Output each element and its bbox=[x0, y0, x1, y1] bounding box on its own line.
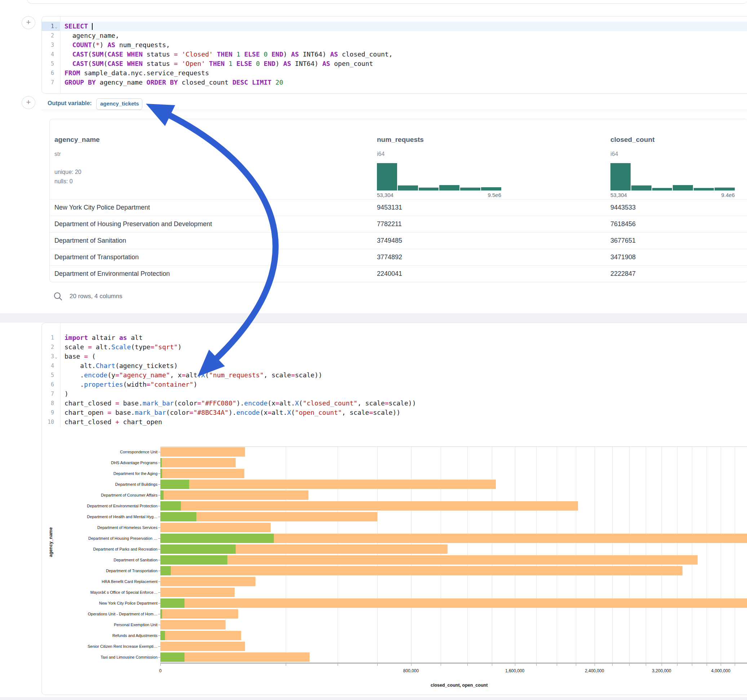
column-header-closed_count[interactable]: closed_count bbox=[611, 136, 655, 144]
code-text: GROUP BY agency_name ORDER BY closed_cou… bbox=[65, 78, 283, 87]
code-text: ) bbox=[65, 389, 68, 398]
code-line-8[interactable]: 8chart_closed = base.mark_bar(color="#FF… bbox=[42, 398, 747, 408]
line-number: 10 bbox=[42, 417, 60, 427]
table-cell[interactable]: Department of Housing Preservation and D… bbox=[54, 220, 212, 228]
table-cell[interactable]: Department of Environmental Protection bbox=[54, 270, 170, 278]
code-text: CAST(SUM(CASE WHEN status = 'Closed' THE… bbox=[65, 50, 393, 59]
table-cell[interactable]: Department of Transportation bbox=[54, 253, 139, 261]
code-line-9[interactable]: 9chart_open = base.mark_bar(color="#8BC3… bbox=[42, 408, 747, 417]
code-text: chart_open = base.mark_bar(color="#8BC34… bbox=[65, 408, 400, 417]
code-line-2[interactable]: 2 agency_name, bbox=[42, 31, 747, 40]
row-divider bbox=[50, 266, 747, 266]
cell-gap bbox=[0, 313, 747, 323]
table-cell[interactable]: 9453131 bbox=[377, 204, 402, 211]
code-line-1[interactable]: 1⌄SELECT bbox=[42, 22, 747, 31]
code-line-7[interactable]: 7) bbox=[42, 389, 747, 398]
text-cursor bbox=[92, 23, 92, 30]
code-line-10[interactable]: 10chart_closed + chart_open bbox=[42, 417, 747, 427]
line-number: 4 bbox=[42, 50, 60, 59]
table-cell[interactable]: 7618456 bbox=[611, 220, 636, 228]
table-cell[interactable]: 3774892 bbox=[377, 253, 402, 261]
column-stat: nulls: 0 bbox=[54, 178, 73, 185]
line-number: 6 bbox=[42, 380, 60, 389]
add-cell-button-2[interactable]: + bbox=[22, 96, 35, 109]
code-line-2[interactable]: 2scale = alt.Scale(type="sqrt") bbox=[42, 342, 747, 352]
line-number: 9 bbox=[42, 408, 60, 417]
cell-gap-bottom bbox=[0, 697, 747, 700]
line-number: 7 bbox=[42, 78, 60, 87]
python-code-cell[interactable]: 1import altair as alt2scale = alt.Scale(… bbox=[41, 323, 747, 695]
line-number: 8 bbox=[42, 398, 60, 408]
code-line-1[interactable]: 1import altair as alt bbox=[42, 333, 747, 342]
line-number: 4 bbox=[42, 361, 60, 371]
column-stat: unique: 20 bbox=[54, 169, 82, 175]
table-cell[interactable]: New York City Police Department bbox=[54, 204, 150, 211]
row-divider bbox=[50, 249, 747, 249]
line-number: 3 bbox=[42, 40, 60, 50]
histogram-max-label: 9.4e6 bbox=[713, 192, 735, 198]
code-text: import altair as alt bbox=[65, 333, 143, 342]
line-number: 2 bbox=[42, 342, 60, 352]
column-header-agency_name[interactable]: agency_name bbox=[54, 136, 100, 144]
table-cell[interactable]: 2222847 bbox=[611, 270, 636, 278]
column-type: i64 bbox=[377, 151, 384, 157]
table-cell[interactable]: 3749485 bbox=[377, 237, 402, 244]
table-row-count: 20 rows, 4 columns bbox=[70, 293, 122, 300]
code-text: FROM sample_data.nyc.service_requests bbox=[65, 68, 209, 78]
code-text: .encode(y="agency_name", x=alt.X("num_re… bbox=[65, 371, 322, 380]
column-type: str bbox=[54, 151, 61, 157]
code-text: .properties(width="container") bbox=[65, 380, 198, 389]
table-cell[interactable]: Department of Sanitation bbox=[54, 237, 126, 244]
chevron-down-icon[interactable]: ⌄ bbox=[55, 352, 57, 362]
code-line-6[interactable]: 6FROM sample_data.nyc.service_requests bbox=[42, 68, 747, 78]
code-text: scale = alt.Scale(type="sqrt") bbox=[65, 342, 181, 352]
dataframe-preview-card[interactable]: agency_namestrunique: 20nulls: 0num_requ… bbox=[49, 119, 747, 282]
code-line-7[interactable]: 7GROUP BY agency_name ORDER BY closed_co… bbox=[42, 78, 747, 87]
code-line-3[interactable]: 3 COUNT(*) AS num_requests, bbox=[42, 40, 747, 50]
add-cell-button[interactable]: + bbox=[22, 16, 35, 29]
sql-code-cell[interactable]: 1⌄SELECT 2 agency_name,3 COUNT(*) AS num… bbox=[41, 16, 747, 94]
code-line-4[interactable]: 4 alt.Chart(agency_tickets) bbox=[42, 361, 747, 371]
code-line-4[interactable]: 4 CAST(SUM(CASE WHEN status = 'Closed' T… bbox=[42, 50, 747, 59]
histogram-max-label: 9.5e6 bbox=[479, 192, 501, 198]
table-cell[interactable]: 3677651 bbox=[611, 237, 636, 244]
notebook-page: + 1⌄SELECT 2 agency_name,3 COUNT(*) AS n… bbox=[0, 0, 747, 700]
column-type: i64 bbox=[611, 151, 618, 157]
table-cell[interactable]: 7782211 bbox=[377, 220, 402, 228]
column-header-num_requests[interactable]: num_requests bbox=[377, 136, 424, 144]
table-cell[interactable]: 2240041 bbox=[377, 270, 402, 278]
chevron-down-icon[interactable]: ⌄ bbox=[55, 22, 57, 31]
output-variable-pill[interactable]: agency_tickets bbox=[96, 98, 142, 110]
histogram-min-label: 53,304 bbox=[611, 192, 627, 198]
output-variable-label: Output variable: bbox=[48, 100, 92, 107]
line-number: 6 bbox=[42, 68, 60, 78]
line-number: 1 bbox=[42, 333, 60, 342]
code-text: COUNT(*) AS num_requests, bbox=[65, 40, 170, 50]
column-histogram bbox=[611, 163, 735, 190]
code-text: alt.Chart(agency_tickets) bbox=[65, 361, 178, 371]
line-number: 2 bbox=[42, 31, 60, 40]
code-line-3[interactable]: 3⌄base = ( bbox=[42, 352, 747, 361]
search-icon[interactable] bbox=[53, 292, 63, 301]
table-cell[interactable]: 3471908 bbox=[611, 253, 636, 261]
code-text: SELECT bbox=[65, 22, 92, 31]
row-divider bbox=[50, 199, 747, 199]
histogram-min-label: 53,304 bbox=[377, 192, 393, 198]
code-line-5[interactable]: 5 CAST(SUM(CASE WHEN status = 'Open' THE… bbox=[42, 59, 747, 68]
row-divider bbox=[50, 232, 747, 232]
table-cell[interactable]: 9443533 bbox=[611, 204, 636, 211]
code-text: chart_closed = base.mark_bar(color="#FFC… bbox=[65, 398, 416, 408]
code-line-5[interactable]: 5 .encode(y="agency_name", x=alt.X("num_… bbox=[42, 371, 747, 380]
code-text: CAST(SUM(CASE WHEN status = 'Open' THEN … bbox=[65, 59, 373, 68]
code-text: base = ( bbox=[65, 352, 96, 361]
code-text: chart_closed + chart_open bbox=[65, 417, 162, 427]
line-number: 5 bbox=[42, 371, 60, 380]
code-line-6[interactable]: 6 .properties(width="container") bbox=[42, 380, 747, 389]
line-number: 1 bbox=[42, 22, 60, 31]
line-number: 3 bbox=[42, 352, 60, 361]
column-histogram bbox=[377, 163, 501, 190]
previous-cell-fragment bbox=[27, 0, 747, 4]
code-text: agency_name, bbox=[65, 31, 119, 40]
output-row-divider bbox=[41, 110, 747, 110]
line-number: 5 bbox=[42, 59, 60, 68]
